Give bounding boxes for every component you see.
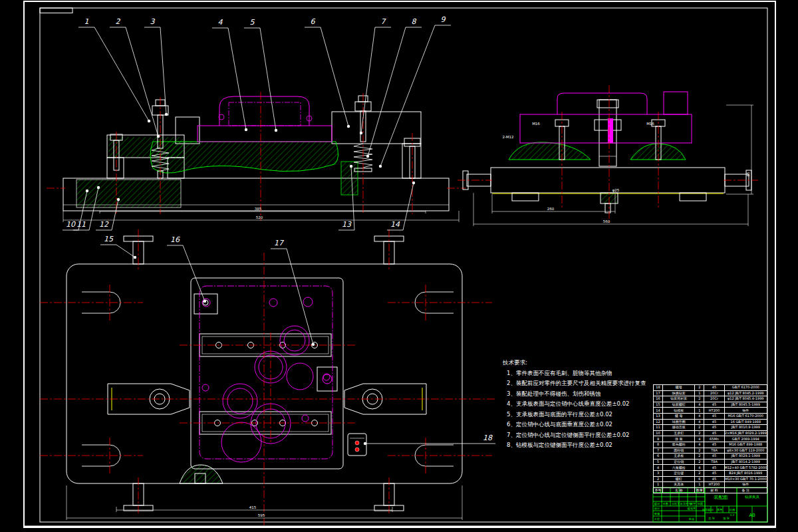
leader-dot bbox=[379, 165, 382, 168]
front-base-section-hatch bbox=[76, 180, 181, 207]
bom-cell: 1 bbox=[695, 408, 704, 414]
bom-row: 15钻套螺钉445JB/T 8045.5-1999 bbox=[654, 402, 767, 408]
balloon-leader bbox=[228, 28, 246, 130]
balloon-leader bbox=[94, 27, 149, 121]
leader-dot bbox=[360, 132, 362, 134]
tb-label-date: 日期 bbox=[698, 502, 703, 505]
bom-cell: 45 bbox=[704, 465, 724, 471]
bom-cell: 4 bbox=[695, 442, 704, 448]
leader-dot bbox=[97, 186, 100, 189]
dimension-text: M16 bbox=[532, 122, 540, 126]
bom-cell: 16 GB/T 849-1988 bbox=[724, 419, 767, 425]
bom-cell: 3 bbox=[654, 470, 663, 476]
plan-view bbox=[40, 229, 495, 525]
tech-requirement-item-2: 2、装配前应对零件的主要尺寸及相关精度要求进行复查 bbox=[507, 378, 610, 389]
leader-dot bbox=[275, 129, 277, 132]
plan-section-bump bbox=[180, 465, 223, 483]
tech-requirement-item-6: 6、定位销中心线与底面垂直度公差±0.02 bbox=[507, 420, 610, 430]
bom-cell: 4 bbox=[695, 413, 704, 419]
balloon-1: 1 bbox=[78, 17, 150, 122]
dimension-text: 2-M12 bbox=[502, 135, 513, 139]
bom-cell: 1 bbox=[654, 482, 663, 488]
balloon-leader bbox=[380, 25, 435, 166]
balloon-number: 16 bbox=[170, 235, 180, 244]
plan-drill-template bbox=[191, 278, 343, 469]
tb-label-standard: 标准化 bbox=[688, 507, 696, 511]
bom-row: 11移动压板245JB/T 8010.9-1999 bbox=[654, 425, 767, 431]
balloon-number: 11 bbox=[76, 220, 86, 229]
bom-row: 12球面垫圈44516 GB/T 849-1988 bbox=[654, 419, 767, 425]
leader-dot bbox=[312, 343, 315, 346]
tech-requirement-item-4: 4、支承板表面与定位销中心线垂直度公差±0.02 bbox=[507, 399, 610, 410]
dimension-text: φ25 bbox=[612, 188, 620, 193]
bom-cell: 11 bbox=[654, 425, 663, 431]
dimension-text: 415 bbox=[249, 505, 257, 509]
plan-workpiece-outline bbox=[200, 286, 332, 462]
balloon-18: 18 bbox=[364, 434, 495, 445]
leader-dot bbox=[148, 120, 150, 122]
bom-cell: 45 bbox=[704, 385, 724, 391]
leader-dot bbox=[86, 190, 88, 192]
bom-cell: 12 bbox=[654, 419, 663, 425]
bom-cell: 45 bbox=[704, 470, 724, 476]
balloon-leader bbox=[183, 245, 205, 301]
balloon-number: 18 bbox=[483, 434, 493, 442]
bom-row: 2螺钉645M10×30 GB/T 70.1-2000 bbox=[654, 476, 767, 482]
dimension-text: 520 bbox=[256, 215, 263, 219]
balloon-4: 4 bbox=[212, 18, 247, 131]
bom-cell: JB/T 8010.9-1999 bbox=[724, 425, 767, 431]
bom-cell: φ12 JB/T 8045.4-1999 bbox=[724, 396, 767, 402]
dimension-text: 260 bbox=[547, 207, 555, 211]
bom-cell: 螺钉 bbox=[663, 476, 695, 482]
bom-cell: 6 bbox=[695, 476, 704, 482]
bom-row: 3定位键245B24 JB/T 8016-1999 bbox=[654, 470, 767, 476]
balloon-15: 15 bbox=[100, 235, 136, 259]
cad-drawing-viewport: 标记 处数 分区 更改文件号 签字 日期 设计 审核 工艺 标准化 批准 阶段标… bbox=[0, 0, 798, 532]
bom-cell: 移动压板 bbox=[663, 425, 695, 431]
bom-cell: JB/T 8045.5-1999 bbox=[724, 402, 767, 408]
side-base bbox=[491, 168, 725, 193]
bom-header-cell: 序号 bbox=[654, 487, 663, 493]
bom-cell: 螺 母 bbox=[663, 413, 695, 419]
balloon-leader bbox=[368, 27, 406, 156]
tb-sheets-total: 共 张 bbox=[708, 517, 716, 520]
tb-label-mark: 标记 bbox=[654, 502, 660, 506]
bom-cell: 钻套螺钉 bbox=[663, 402, 695, 408]
bom-cell: 45 bbox=[704, 402, 724, 408]
bom-header-row: 序号名 称数量材 料备 注 bbox=[654, 487, 767, 493]
bom-cell: 45 bbox=[704, 419, 724, 425]
balloon-7: 7 bbox=[360, 17, 391, 134]
tech-requirement-item-3: 3、装配处理中不得碰伤、划伤和锈蚀 bbox=[507, 389, 610, 400]
balloon-14: 14 bbox=[387, 182, 415, 230]
bom-cell: 定位销 bbox=[663, 459, 695, 465]
bom-cell: 快换钻套 bbox=[663, 390, 695, 396]
bom-cell: 45 bbox=[704, 413, 724, 419]
tb-label-process: 工艺 bbox=[654, 517, 660, 521]
bom-cell: 10 bbox=[654, 430, 663, 436]
tech-requirement-item-7: 7、定位销中心线与定位键侧面平行度公差±0.02 bbox=[507, 430, 610, 441]
balloon-6: 6 bbox=[305, 17, 350, 128]
balloon-number: 3 bbox=[150, 17, 156, 26]
leader-dot bbox=[157, 135, 160, 138]
bom-cell: 4 bbox=[654, 465, 663, 471]
bom-cell: 钻套用衬套 bbox=[663, 396, 695, 402]
dimension-text: M16 bbox=[646, 122, 654, 126]
leader-dot bbox=[245, 128, 247, 131]
bom-cell: M16 GB/T 899-1988 bbox=[724, 442, 767, 448]
bom-cell: 45 bbox=[704, 442, 724, 448]
balloon-number: 8 bbox=[412, 17, 417, 26]
bom-cell: M12×40 GB/T 5782-2000 bbox=[724, 465, 767, 471]
annotation-layer: 1234567891011121314151617183855202605608… bbox=[63, 15, 750, 517]
balloon-number: 10 bbox=[66, 220, 76, 229]
bom-cell: 六角螺栓 bbox=[663, 465, 695, 471]
bom-cell: 4 bbox=[695, 402, 704, 408]
frame-reference-box bbox=[40, 8, 72, 13]
bom-cell: 17 bbox=[654, 390, 663, 396]
tb-label-weight: 质量 bbox=[717, 508, 722, 511]
bom-cell: 16 bbox=[654, 396, 663, 402]
bom-cell: 45 bbox=[704, 476, 724, 482]
balloon-number: 13 bbox=[342, 220, 352, 229]
bom-cell: 5 bbox=[654, 459, 663, 465]
plan-base-plate bbox=[66, 264, 462, 483]
bom-row: 1夹具体1HT200铸件 bbox=[654, 482, 767, 488]
